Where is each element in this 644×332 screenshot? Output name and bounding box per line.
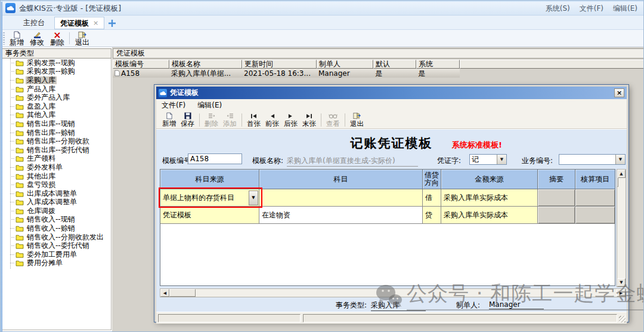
tree-item[interactable]: 采购入库 [2, 76, 111, 85]
dialog-cloud-icon [159, 89, 167, 97]
cell-subject[interactable] [259, 189, 423, 207]
resize-grip[interactable] [619, 316, 626, 322]
tree-item[interactable]: 出库成本调整单 [2, 189, 111, 198]
tree-item[interactable]: 销售收入--现销 [2, 216, 111, 225]
tree-item[interactable]: 销售收入--赊销 [2, 224, 111, 233]
folder-icon [16, 77, 24, 84]
folder-icon [16, 112, 24, 118]
delete-button[interactable]: × 删除 [47, 30, 67, 47]
tab-console[interactable]: 主控台 [16, 17, 52, 29]
cell-template-name: 采购入库单(单据... [169, 69, 242, 78]
tab-voucher-template[interactable]: 凭证模板 × [54, 17, 104, 29]
menu-system[interactable]: 系统(S) [546, 4, 570, 14]
tree-item-label: 销售出库--委托代销 [26, 146, 91, 154]
cell-summary[interactable] [538, 189, 575, 207]
cell-summary[interactable] [538, 207, 575, 224]
tree-item[interactable]: 委外加工费用单 [2, 250, 111, 259]
title-bar: 金蝶KIS云·专业版 - [凭证模板] 系统(S) 文件(F) 编辑(E) [1, 1, 644, 16]
dialog-content: 记账凭证模板 系统标准模板! 模板编号: 模板名称: 采购入库单(单据直接生成-… [156, 129, 627, 312]
dialog-menu-file[interactable]: 文件(F) [162, 100, 185, 110]
scroll-down-icon[interactable]: ▼ [617, 278, 626, 287]
tree-item[interactable]: 入库成本调整单 [2, 198, 111, 207]
scrollbar-thumb[interactable] [617, 177, 618, 187]
menu-file[interactable]: 文件(F) [580, 4, 603, 14]
tree-item[interactable]: 销售收入--委托代销 [2, 241, 111, 250]
tree-item[interactable]: 销售出库--分期收款 [2, 137, 111, 146]
tree-item[interactable]: 销售出库--现销 [2, 119, 111, 128]
col-template-name[interactable]: 模板名称 [169, 60, 242, 69]
tree-item[interactable]: 销售收入--分期收款发出 [2, 233, 111, 242]
col-updated[interactable]: 更新时间 [242, 60, 317, 69]
tree-item[interactable]: 采购发票--现购 [2, 59, 111, 67]
first-record-icon [250, 112, 257, 120]
col-creator[interactable]: 制单人 [317, 60, 373, 69]
dialog-menu-edit[interactable]: 编辑(E) [197, 100, 222, 110]
business-no-select[interactable]: ▼ [559, 154, 626, 165]
new-tab-button[interactable] [109, 20, 116, 27]
tree-item[interactable]: 其他出库 [2, 172, 111, 181]
cell-amount-source[interactable]: 采购入库单实际成本 [441, 207, 538, 224]
dropdown-arrow-icon[interactable]: ▼ [497, 155, 506, 164]
cell-source[interactable]: 凭证模板 [160, 207, 259, 224]
voucher-template-heading: 记账凭证模板 [156, 135, 627, 152]
cell-direction[interactable]: 借 [423, 189, 441, 207]
scroll-up-icon[interactable]: ▲ [617, 170, 626, 178]
folder-icon [16, 216, 24, 223]
new-button[interactable]: 新增 [7, 30, 27, 47]
tree-item[interactable]: 费用分摊单 [2, 259, 111, 268]
dialog-next-button[interactable]: 后张 [281, 112, 300, 128]
dialog-last-button[interactable]: 末张 [300, 112, 318, 128]
tree-item[interactable]: 盘盈入库 [2, 102, 111, 111]
cell-item[interactable] [575, 207, 615, 224]
dropdown-arrow-icon[interactable]: ▼ [249, 190, 258, 205]
exit-door-icon [353, 112, 361, 120]
tree-item[interactable]: 盘亏毁损 [2, 180, 111, 189]
tree-item[interactable]: 委外产品入库 [2, 93, 111, 102]
exit-button-label: 退出 [75, 39, 89, 47]
tree-item[interactable]: 委外发料单 [2, 163, 111, 172]
grid-vertical-scrollbar[interactable]: ▲ ▼ [617, 169, 626, 287]
modify-button[interactable]: 修改 [27, 30, 47, 47]
tree-item[interactable]: 销售出库--赊销 [2, 128, 111, 137]
dialog-save-button[interactable]: 保存 [178, 112, 197, 128]
template-no-input[interactable] [188, 153, 242, 164]
tree-item[interactable]: 产品入库 [2, 85, 111, 94]
dialog-exit-button[interactable]: 退出 [348, 112, 366, 128]
tree-item[interactable]: 生产领料 [2, 155, 111, 164]
cell-direction[interactable]: 贷 [423, 207, 441, 224]
col-system[interactable]: 系统 [416, 60, 460, 69]
scrollbar-thumb[interactable] [169, 289, 196, 297]
transaction-type-tree: 采购发票--现购采购发票--赊购采购入库产品入库委外产品入库盘盈入库其他入库销售… [2, 59, 112, 330]
dropdown-arrow-icon[interactable]: ▼ [615, 155, 625, 164]
template-row[interactable]: A158 采购入库单(单据... 2021-05-18 16:3... Mana… [113, 69, 460, 78]
voucher-word-select[interactable]: 记 ▼ [469, 154, 507, 165]
dialog-prev-button[interactable]: 前张 [263, 112, 281, 128]
tree-item[interactable]: 其他入库 [2, 111, 111, 120]
dialog-title: 凭证模板 [170, 88, 199, 98]
tab-close-icon[interactable]: × [93, 20, 98, 26]
cell-source-dropdown[interactable]: 单据上物料的存货科目 ▼ [160, 189, 259, 207]
cell-amount-source[interactable]: 采购入库单实际成本 [441, 189, 538, 207]
app-window: 金蝶KIS云·专业版 - [凭证模板] 系统(S) 文件(F) 编辑(E) 主控… [0, 0, 644, 332]
cell-item[interactable] [575, 189, 615, 207]
dialog-title-bar[interactable]: 凭证模板 × [156, 87, 627, 99]
col-template-no[interactable]: 模板编号 [113, 60, 169, 69]
cell-subject[interactable]: 在途物资 [259, 207, 423, 224]
dialog-close-button[interactable]: × [614, 88, 624, 97]
voucher-word-value: 记 [470, 155, 497, 164]
col-default[interactable]: 默认 [373, 60, 416, 69]
tree-item[interactable]: 仓库调拨 [2, 207, 111, 216]
scrollbar-track[interactable] [196, 289, 617, 297]
grid-horizontal-scrollbar[interactable]: ◀ ▶ [160, 288, 626, 297]
exit-button[interactable]: 退出 [72, 30, 92, 47]
toolbar-grip[interactable] [3, 32, 5, 45]
menu-edit[interactable]: 编辑(E) [613, 4, 637, 14]
status-panel-right [303, 314, 617, 322]
scroll-left-icon[interactable]: ◀ [160, 289, 169, 297]
tree-item[interactable]: 销售出库--委托代销 [2, 146, 111, 155]
scroll-right-icon[interactable]: ▶ [617, 289, 626, 297]
tree-item[interactable]: 采购发票--赊购 [2, 67, 111, 76]
dialog-new-button[interactable]: 新增 [160, 112, 178, 128]
grid-col-subject: 科目 [259, 170, 423, 189]
dialog-first-button[interactable]: 首张 [244, 112, 263, 128]
